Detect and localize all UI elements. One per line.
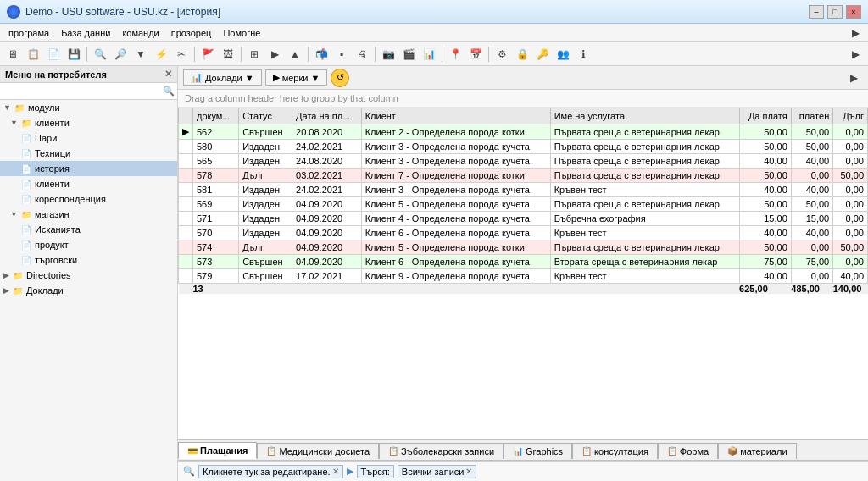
tab-medicinski[interactable]: 📋 Медицински досиета <box>257 443 379 459</box>
table-row[interactable]: 573Свършен04.09.2020Клиент 6 - Определен… <box>179 255 868 269</box>
col-ime-usluga[interactable]: Име на услугата <box>550 108 739 124</box>
cell-status: Издаден <box>239 140 292 154</box>
toolbar-sep-6 <box>442 47 442 62</box>
right-toolbar-btn[interactable]: ▶ <box>846 24 865 42</box>
sidebar-item-korespondencia[interactable]: 📄 кореспонденция <box>0 191 177 207</box>
tab-konsultacia[interactable]: 📋 консултация <box>572 443 658 459</box>
sidebar-item-directories[interactable]: ▶ 📁 Directories <box>0 268 177 283</box>
table-row[interactable]: 569Издаден04.09.2020Клиент 5 - Определен… <box>179 197 868 212</box>
tab-platania[interactable]: 💳 Плащания <box>178 442 257 459</box>
sidebar-close-icon[interactable]: ✕ <box>164 69 172 80</box>
tab-zabolekarski[interactable]: 📋 Зъболекарски записи <box>379 443 504 459</box>
toolbar-btn-9[interactable]: ✂ <box>172 45 191 64</box>
sidebar-item-moduli[interactable]: ▼ 📁 модули <box>0 100 177 115</box>
minimize-button[interactable]: – <box>809 5 824 19</box>
toolbar-btn-11[interactable]: 🖼 <box>219 45 237 64</box>
tarsy-tag[interactable]: Търся: <box>357 465 394 478</box>
col-klient[interactable]: Клиент <box>361 108 550 124</box>
tab-forma[interactable]: 📋 Форма <box>658 443 718 459</box>
toolbar-btn-19[interactable]: 🎬 <box>399 45 418 64</box>
toolbar-btn-18[interactable]: 📷 <box>379 45 398 64</box>
toolbar-btn-15[interactable]: 📬 <box>312 45 331 64</box>
sidebar-item-klienti[interactable]: ▼ 📁 клиенти <box>0 115 177 130</box>
toolbar-btn-17[interactable]: 🖨 <box>353 45 371 64</box>
toolbar-btn-21[interactable]: 📍 <box>446 45 465 64</box>
folder-icon-moduli: 📁 <box>14 102 25 113</box>
tab-graphics[interactable]: 📊 Graphics <box>504 443 572 459</box>
vsichki-close-icon[interactable]: ✕ <box>465 467 472 476</box>
toolbar-btn-1[interactable]: 🖥 <box>3 45 22 64</box>
toolbar-btn-27[interactable]: ℹ <box>574 45 593 64</box>
col-status[interactable]: Статус <box>239 108 292 124</box>
sidebar-item-produkt[interactable]: 📄 продукт <box>0 237 177 252</box>
refresh-button[interactable]: ↺ <box>331 69 349 87</box>
edit-tag[interactable]: Кликнете тук за редактиране. ✕ <box>198 465 343 478</box>
toolbar-btn-12[interactable]: ⊞ <box>245 45 264 64</box>
expand-icon-directories: ▶ <box>3 271 9 279</box>
toolbar-btn-4[interactable]: 💾 <box>64 45 83 64</box>
table-row[interactable]: 579Свършен17.02.2021Клиент 9 - Определен… <box>179 269 868 284</box>
toolbar-btn-13[interactable]: ▶ <box>265 45 284 64</box>
toolbar-right-btn[interactable]: ▶ <box>846 45 865 64</box>
content-right-btn[interactable]: ▶ <box>844 69 863 87</box>
menu-komandi[interactable]: команди <box>117 26 164 40</box>
col-platen[interactable]: платен <box>791 108 832 124</box>
toolbar-btn-6[interactable]: 🔎 <box>111 45 130 64</box>
merki-button[interactable]: ▶ мерки ▼ <box>265 69 328 86</box>
menu-programa[interactable]: програма <box>3 26 54 40</box>
close-button[interactable]: × <box>846 5 861 19</box>
toolbar-btn-10[interactable]: 🚩 <box>198 45 217 64</box>
sidebar-search-input[interactable] <box>3 86 163 97</box>
menu-pomogne[interactable]: Помогне <box>218 26 265 40</box>
maximize-button[interactable]: □ <box>827 5 843 19</box>
menu-prozorec[interactable]: прозорец <box>166 26 217 40</box>
sidebar-header: Меню на потребителя ✕ <box>0 66 177 83</box>
sidebar-item-klienti2[interactable]: 📄 клиенти <box>0 176 177 191</box>
tab-bar: 💳 Плащания 📋 Медицински досиета 📋 Зъболе… <box>178 439 868 461</box>
doc-icon-targovki: 📄 <box>20 254 32 266</box>
table-row[interactable]: 571Издаден04.09.2020Клиент 4 - Определен… <box>179 212 868 226</box>
col-data[interactable]: Дата на пл... <box>292 108 362 124</box>
sidebar-label-klienti: клиенти <box>35 118 70 128</box>
table-row[interactable]: 581Издаден24.02.2021Клиент 3 - Определен… <box>179 183 868 197</box>
data-table: докум... Статус Дата на пл... Клиент Име… <box>178 108 868 294</box>
toolbar-btn-5[interactable]: 🔍 <box>91 45 109 64</box>
sidebar-item-targovki[interactable]: 📄 търговски <box>0 252 177 268</box>
sidebar-item-tehnici[interactable]: 📄 Техници <box>0 146 177 161</box>
table-row[interactable]: 574Дълг04.09.2020Клиент 5 - Определена п… <box>179 240 868 255</box>
sidebar-item-pari[interactable]: 📄 Пари <box>0 130 177 146</box>
toolbar-btn-25[interactable]: 🔑 <box>533 45 552 64</box>
menu-baza-danni[interactable]: База данни <box>56 26 115 40</box>
col-daplata[interactable]: Да платя <box>739 108 791 124</box>
dokladi-button[interactable]: 📊 Доклади ▼ <box>183 69 262 86</box>
toolbar-btn-26[interactable]: 👥 <box>554 45 572 64</box>
tab-materiali[interactable]: 📦 материали <box>718 443 796 459</box>
toolbar-btn-16[interactable]: ▪ <box>332 45 351 64</box>
toolbar-btn-22[interactable]: 📅 <box>466 45 485 64</box>
col-dokument[interactable]: докум... <box>193 108 239 124</box>
sidebar-item-magazin[interactable]: ▼ 📁 магазин <box>0 207 177 222</box>
toolbar-btn-2[interactable]: 📋 <box>24 45 42 64</box>
toolbar-btn-24[interactable]: 🔒 <box>513 45 531 64</box>
vsichki-tag[interactable]: Всички записи ✕ <box>398 465 477 478</box>
toolbar-sep-7 <box>488 47 489 62</box>
sidebar-item-historia[interactable]: 📄 история <box>0 161 177 176</box>
table-row[interactable]: 570Издаден04.09.2020Клиент 6 - Определен… <box>179 226 868 240</box>
toolbar-btn-14[interactable]: ▲ <box>286 45 304 64</box>
toolbar-btn-3[interactable]: 📄 <box>44 45 63 64</box>
sidebar-item-dokladi[interactable]: ▶ 📁 Доклади <box>0 283 177 298</box>
cell-service: Първата среща с ветеринарния лекар <box>550 169 739 183</box>
table-row[interactable]: ▶562Свършен20.08.2020Клиент 2 - Определе… <box>179 124 868 140</box>
toolbar-btn-7[interactable]: ▼ <box>131 45 150 64</box>
table-row[interactable]: 580Издаден24.02.2021Клиент 3 - Определен… <box>179 140 868 154</box>
sidebar-item-iskanijata[interactable]: 📄 Исканията <box>0 222 177 237</box>
search-icon[interactable]: 🔍 <box>163 86 175 97</box>
table-row[interactable]: 578Дълг03.02.2021Клиент 7 - Определена п… <box>179 169 868 183</box>
col-dalg[interactable]: Дълг <box>833 108 868 124</box>
table-row[interactable]: 565Издаден24.08.2020Клиент 3 - Определен… <box>179 154 868 169</box>
toolbar-btn-8[interactable]: ⚡ <box>152 45 170 64</box>
toolbar-btn-20[interactable]: 📊 <box>420 45 438 64</box>
edit-close-icon[interactable]: ✕ <box>332 467 339 476</box>
toolbar-btn-23[interactable]: ⚙ <box>492 45 511 64</box>
cell-date: 04.09.2020 <box>292 226 362 240</box>
